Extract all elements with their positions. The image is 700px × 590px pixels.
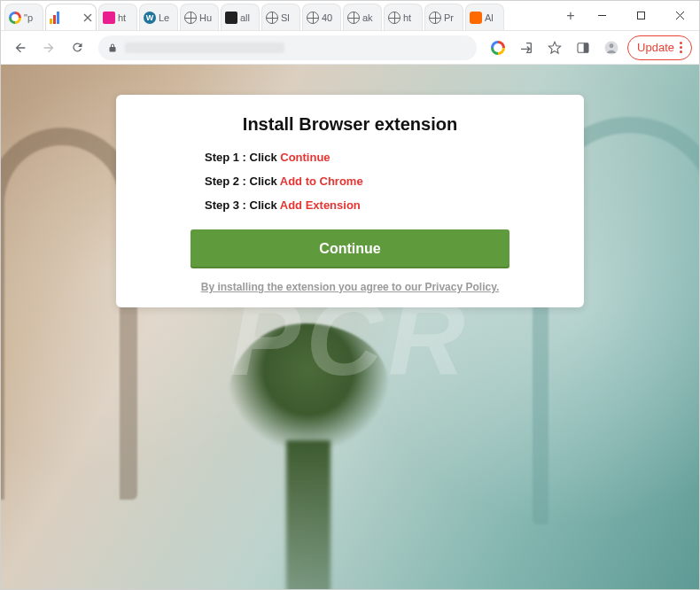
install-step: Step 1 : Click Continue: [205, 151, 548, 164]
tab-favicon: [470, 12, 482, 24]
tab-favicon: [225, 12, 237, 24]
svg-rect-7: [584, 43, 588, 52]
page-viewport: PCR Install Browser extension Step 1 : C…: [1, 65, 699, 589]
continue-button[interactable]: Continue: [191, 229, 509, 268]
browser-tab[interactable]: "p: [4, 4, 43, 30]
menu-dots-icon: [680, 42, 682, 53]
browser-tab[interactable]: [45, 4, 97, 30]
step-highlight: Add Extension: [280, 198, 361, 212]
tab-favicon: W: [144, 12, 156, 24]
tab-favicon: [50, 12, 62, 24]
browser-tab[interactable]: ht: [384, 4, 423, 30]
forward-button[interactable]: [36, 35, 61, 60]
tab-favicon: [388, 12, 401, 24]
share-icon[interactable]: [514, 35, 539, 60]
close-icon[interactable]: [83, 13, 92, 22]
tab-title: all: [240, 12, 250, 23]
tabstrip: "phtWLeHuallSl40akhtPrAl: [1, 1, 559, 30]
tab-title: Al: [485, 12, 494, 23]
browser-window: "phtWLeHuallSl40akhtPrAl +: [0, 0, 700, 590]
browser-tab[interactable]: ak: [343, 4, 382, 30]
step-highlight: Continue: [280, 151, 330, 164]
tab-title: "p: [24, 12, 33, 23]
tab-title: ht: [118, 12, 126, 23]
google-shortcut-icon[interactable]: [486, 35, 510, 60]
browser-tab[interactable]: Pr: [424, 4, 463, 30]
tab-favicon: [184, 12, 197, 24]
window-controls: [582, 1, 699, 30]
step-prefix: Step 1 : Click: [205, 151, 280, 164]
tab-title: ht: [403, 12, 411, 23]
browser-tab[interactable]: ht: [98, 4, 137, 30]
install-modal: Install Browser extension Step 1 : Click…: [116, 95, 584, 307]
step-prefix: Step 2 : Click: [205, 175, 280, 188]
tab-title: Pr: [444, 12, 454, 23]
step-highlight: Add to Chrome: [280, 175, 363, 188]
tab-title: Le: [159, 12, 169, 23]
address-bar[interactable]: [98, 35, 477, 60]
modal-title: Install Browser extension: [152, 114, 548, 135]
side-panel-icon[interactable]: [571, 35, 595, 60]
titlebar: "phtWLeHuallSl40akhtPrAl +: [1, 1, 699, 31]
browser-tab[interactable]: WLe: [139, 4, 178, 30]
install-steps: Step 1 : Click ContinueStep 2 : Click Ad…: [152, 151, 548, 212]
window-minimize-button[interactable]: [582, 2, 621, 30]
back-button[interactable]: [8, 35, 33, 60]
window-close-button[interactable]: [660, 2, 699, 30]
tab-favicon: [9, 12, 21, 24]
svg-rect-3: [637, 12, 644, 19]
tab-favicon: [307, 12, 319, 24]
browser-tab[interactable]: 40: [302, 4, 341, 30]
tab-favicon: [266, 12, 278, 24]
tab-title: ak: [362, 12, 373, 23]
install-step: Step 2 : Click Add to Chrome: [205, 175, 548, 188]
window-maximize-button[interactable]: [621, 2, 660, 30]
browser-tab[interactable]: Sl: [261, 4, 300, 30]
tab-title: 40: [322, 12, 332, 23]
browser-tab[interactable]: all: [221, 4, 260, 30]
install-step: Step 3 : Click Add Extension: [205, 198, 548, 212]
profile-avatar-icon[interactable]: [599, 35, 624, 60]
reload-button[interactable]: [65, 35, 89, 60]
browser-tab[interactable]: Hu: [180, 4, 219, 30]
tab-title: Sl: [281, 12, 290, 23]
browser-tab[interactable]: Al: [465, 4, 504, 30]
update-button[interactable]: Update: [627, 35, 692, 60]
privacy-policy-link[interactable]: By installing the extension you agree to…: [152, 281, 548, 293]
update-label: Update: [637, 41, 674, 54]
lock-icon: [107, 43, 118, 53]
step-prefix: Step 3 : Click: [205, 198, 280, 212]
new-tab-button[interactable]: +: [559, 4, 582, 27]
tab-favicon: [347, 12, 360, 24]
toolbar: Update: [1, 31, 699, 65]
tab-title: Hu: [199, 12, 212, 23]
bookmark-icon[interactable]: [542, 35, 567, 60]
tab-favicon: [429, 12, 441, 24]
url-text: [125, 43, 284, 53]
tab-favicon: [103, 12, 115, 24]
svg-point-9: [610, 43, 614, 48]
